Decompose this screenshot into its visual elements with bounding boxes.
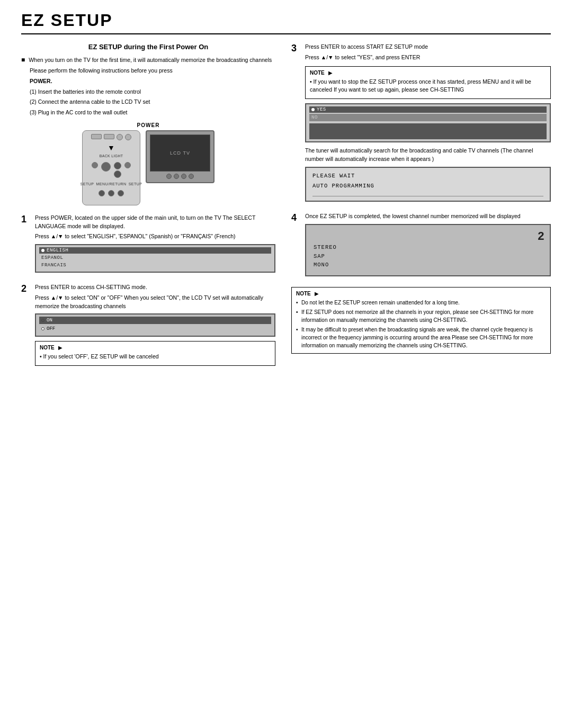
step-3-number: 3: [291, 43, 302, 55]
onoff-screen: ON OFF: [35, 313, 275, 337]
yes-no-screen: YES NO: [305, 103, 551, 142]
step-4-content: Once EZ SETUP is completed, the lowest c…: [305, 212, 551, 280]
language-screen: ENGLISH ESPANOL FRANCAIS: [35, 244, 275, 273]
remote-illustration-area: ▼ BACK LIGHT SETU: [21, 130, 275, 205]
step-2-note: NOTE ▶ • If you select 'OFF', EZ SETUP w…: [35, 341, 275, 366]
left-column: EZ SETUP during the First Power On ■ Whe…: [21, 43, 275, 378]
right-column: 3 Press ENTER to access START EZ SETUP m…: [291, 43, 551, 378]
bottom-notes: NOTE ▶ Do not let the EZ SETUP screen re…: [291, 287, 551, 354]
step-1-content: Press POWER, located on the upper side o…: [35, 214, 275, 276]
step-3: 3 Press ENTER to access START EZ SETUP m…: [291, 43, 551, 205]
remote-control: ▼ BACK LIGHT SETU: [82, 130, 140, 205]
page-title: EZ SETUP: [21, 11, 551, 34]
step-3-content: Press ENTER to access START EZ SETUP mod…: [305, 43, 551, 205]
section-title: EZ SETUP during the First Power On: [21, 43, 275, 51]
intro-text: ■ When you turn on the TV for the first …: [21, 55, 275, 117]
power-label: POWER: [21, 122, 275, 128]
step-3-note: NOTE ▶ • If you want to stop the EZ SETU…: [305, 66, 551, 100]
step-4: 4 Once EZ SETUP is completed, the lowest…: [291, 212, 551, 280]
step-2: 2 Press ENTER to access CH-SETTING mode.…: [21, 283, 275, 370]
channel-audio: STEREO SAP MONO: [311, 244, 544, 270]
step-2-number: 2: [21, 283, 32, 295]
step-1: 1 Press POWER, located on the upper side…: [21, 214, 275, 276]
tv-display: LCD TV: [146, 130, 215, 183]
step-2-content: Press ENTER to access CH-SETTING mode. P…: [35, 283, 275, 370]
please-wait-screen: PLEASE WAIT AUTO PROGRAMMING: [305, 167, 551, 202]
step-1-number: 1: [21, 214, 32, 226]
channel-display: 2 STEREO SAP MONO: [305, 224, 551, 276]
channel-number: 2: [311, 230, 544, 244]
step-4-number: 4: [291, 212, 302, 224]
